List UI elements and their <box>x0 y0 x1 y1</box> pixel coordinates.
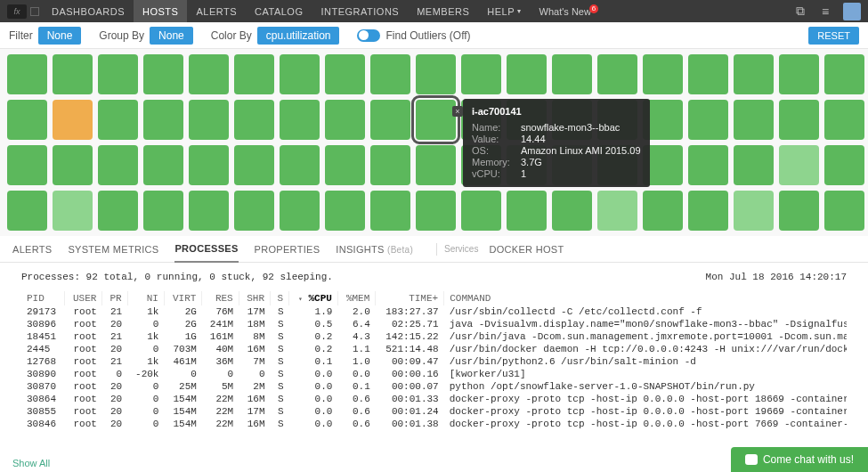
host-cell[interactable] <box>370 100 410 140</box>
tab-properties[interactable]: PROPERTIES <box>255 237 320 262</box>
host-cell[interactable] <box>280 100 320 140</box>
filter-dropdown[interactable]: None <box>38 27 82 45</box>
host-cell[interactable] <box>824 100 864 140</box>
host-cell[interactable] <box>280 145 320 185</box>
host-cell[interactable] <box>461 54 501 94</box>
host-cell[interactable] <box>53 100 93 140</box>
column-header[interactable]: PID <box>21 291 64 305</box>
column-header[interactable]: VIRT <box>164 291 201 305</box>
host-cell[interactable] <box>552 54 592 94</box>
host-cell[interactable] <box>370 145 410 185</box>
host-cell[interactable] <box>325 145 365 185</box>
tab-docker-host[interactable]: DOCKER HOST <box>489 237 564 262</box>
host-cell[interactable] <box>53 54 93 94</box>
nav-dashboards[interactable]: DASHBOARDS <box>43 0 134 22</box>
show-all-link[interactable]: Show All <box>12 458 50 468</box>
nav-catalog[interactable]: CATALOG <box>246 0 312 22</box>
table-row[interactable]: 30855root200154M22M17MS0.00.600:01.24doc… <box>21 405 847 418</box>
host-cell[interactable] <box>416 145 456 185</box>
host-cell[interactable] <box>234 191 274 231</box>
host-cell[interactable] <box>416 191 456 231</box>
host-cell[interactable] <box>688 54 728 94</box>
host-cell[interactable] <box>325 54 365 94</box>
host-cell[interactable] <box>143 100 183 140</box>
column-header[interactable]: RES <box>202 291 239 305</box>
host-cell[interactable] <box>734 145 774 185</box>
tab-alerts[interactable]: ALERTS <box>12 237 52 262</box>
host-cell[interactable] <box>779 145 819 185</box>
table-row[interactable]: 30864root200154M22M16MS0.00.600:01.33doc… <box>21 393 847 405</box>
host-cell[interactable] <box>98 100 138 140</box>
outliers-toggle[interactable] <box>357 29 380 42</box>
host-cell[interactable] <box>98 191 138 231</box>
nav-integrations[interactable]: INTEGRATIONS <box>312 0 408 22</box>
table-row[interactable]: 30846root200154M22M16MS0.00.600:01.38doc… <box>21 418 847 430</box>
host-cell[interactable] <box>7 100 47 140</box>
host-cell[interactable] <box>734 54 774 94</box>
menu-icon[interactable]: ≡ <box>817 4 833 20</box>
table-row[interactable]: 30890root0-20k000S0.00.000:00.16[kworker… <box>21 368 847 380</box>
column-header[interactable]: COMMAND <box>444 291 847 305</box>
table-row[interactable]: 18451root211k1G161M8MS0.24.3142:15.22/us… <box>21 330 847 343</box>
host-cell[interactable] <box>143 54 183 94</box>
host-cell[interactable] <box>416 100 456 140</box>
host-cell[interactable] <box>507 54 547 94</box>
host-cell[interactable] <box>688 100 728 140</box>
nav-hosts[interactable]: HOSTS <box>134 0 187 22</box>
host-cell[interactable] <box>53 145 93 185</box>
nav-members[interactable]: MEMBERS <box>408 0 478 22</box>
host-cell[interactable] <box>7 54 47 94</box>
column-header[interactable]: TIME+ <box>376 291 444 305</box>
host-cell[interactable] <box>734 100 774 140</box>
tab-system-metrics[interactable]: SYSTEM METRICS <box>68 237 158 262</box>
column-header[interactable]: USER <box>64 291 101 305</box>
host-cell[interactable] <box>370 54 410 94</box>
host-cell[interactable] <box>779 191 819 231</box>
host-cell[interactable] <box>597 191 637 231</box>
table-row[interactable]: 30870root20025M5M2MS0.00.100:00.07python… <box>21 380 847 393</box>
groupby-dropdown[interactable]: None <box>150 27 193 45</box>
host-cell[interactable] <box>461 191 501 231</box>
app-switcher-icon[interactable] <box>30 7 39 16</box>
tab-processes[interactable]: PROCESSES <box>174 236 238 263</box>
host-cell[interactable] <box>688 145 728 185</box>
host-cell[interactable] <box>7 191 47 231</box>
whats-new-link[interactable]: What's New 6 <box>531 6 600 17</box>
host-cell[interactable] <box>779 54 819 94</box>
column-header[interactable]: %MEM <box>337 291 375 305</box>
column-header[interactable]: PR <box>102 291 127 305</box>
table-row[interactable]: 12768root211k461M36M7MS0.11.000:09.47/us… <box>21 355 847 368</box>
host-cell[interactable] <box>189 54 229 94</box>
column-header[interactable]: NI <box>127 291 164 305</box>
host-cell[interactable] <box>779 100 819 140</box>
column-header[interactable]: SHR <box>239 291 270 305</box>
column-header[interactable]: ▾ %CPU <box>289 291 338 305</box>
nav-alerts[interactable]: ALERTS <box>187 0 246 22</box>
logo-icon[interactable]: fx <box>7 4 27 19</box>
host-cell[interactable] <box>234 145 274 185</box>
table-row[interactable]: 2445root200703M40M16MS0.21.1521:14.48/us… <box>21 343 847 355</box>
host-cell[interactable] <box>7 145 47 185</box>
host-cell[interactable] <box>507 191 547 231</box>
host-cell[interactable] <box>53 191 93 231</box>
host-cell[interactable] <box>824 191 864 231</box>
host-cell[interactable] <box>688 191 728 231</box>
host-cell[interactable] <box>643 54 683 94</box>
host-cell[interactable] <box>234 100 274 140</box>
host-cell[interactable] <box>189 191 229 231</box>
nav-help[interactable]: HELP ▾ <box>478 0 530 22</box>
host-cell[interactable] <box>98 145 138 185</box>
host-cell[interactable] <box>824 54 864 94</box>
table-row[interactable]: 30896root2002G241M18MS0.56.402:25.71java… <box>21 318 847 330</box>
host-cell[interactable] <box>280 191 320 231</box>
host-cell[interactable] <box>416 54 456 94</box>
host-cell[interactable] <box>234 54 274 94</box>
host-cell[interactable] <box>370 191 410 231</box>
host-cell[interactable] <box>643 191 683 231</box>
host-cell[interactable] <box>189 100 229 140</box>
chat-widget[interactable]: Come chat with us! <box>731 447 868 472</box>
host-cell[interactable] <box>325 100 365 140</box>
host-cell[interactable] <box>189 145 229 185</box>
user-avatar[interactable] <box>843 3 861 20</box>
colorby-dropdown[interactable]: cpu.utilization <box>257 27 340 45</box>
